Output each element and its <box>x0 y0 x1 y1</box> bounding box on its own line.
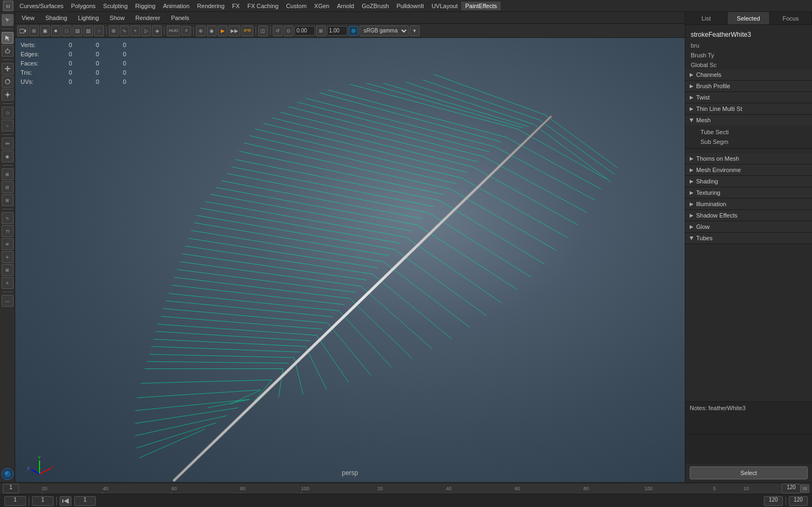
section-glow-header[interactable]: ▶ Glow <box>685 221 812 232</box>
notes-content-area[interactable] <box>685 434 812 464</box>
menu-rigging[interactable]: Rigging <box>132 2 159 10</box>
section-shadow-header[interactable]: ▶ Shadow Effects <box>685 210 812 221</box>
section-thin-line-header[interactable]: ▶ Thin Line Multi St <box>685 103 812 114</box>
section-thorns-header[interactable]: ▶ Thorns on Mesh <box>685 153 812 164</box>
scale-tool-btn[interactable] <box>2 89 14 101</box>
menu-sculpting[interactable]: Sculpting <box>100 2 132 10</box>
section-channels-header[interactable]: ▶ Channels <box>685 69 812 80</box>
move-tool-btn[interactable] <box>2 63 14 75</box>
poly-tool-btn[interactable]: ◇ <box>2 107 14 118</box>
menu-gozbrush[interactable]: GoZBrush <box>358 2 392 10</box>
sculpt-btn[interactable]: ≡ <box>2 251 14 263</box>
vp-solid-btn[interactable]: ■ <box>51 25 61 36</box>
start-frame-input[interactable]: 1 <box>32 496 54 506</box>
frame-step-back-btn[interactable] <box>60 496 71 506</box>
clip-input[interactable] <box>327 26 348 36</box>
show-manip-btn[interactable]: ⊞ <box>2 168 14 180</box>
total-frames-input[interactable]: 120 <box>789 496 808 506</box>
menu-animation[interactable]: Animation <box>159 2 193 10</box>
menu-pulldownit[interactable]: PulldownIt <box>392 2 428 10</box>
vp-snap-curve-btn[interactable]: ∿ <box>120 25 129 36</box>
paint-tool-btn[interactable]: ✏ <box>2 137 14 149</box>
section-texturing-header[interactable]: ▶ Texturing <box>685 187 812 198</box>
vp-camera-params-btn[interactable]: ⊕ <box>196 25 206 36</box>
tab-focus[interactable]: Focus <box>770 12 812 24</box>
extra-btn2[interactable]: ≡ <box>2 277 14 289</box>
fov-input[interactable] <box>294 26 315 36</box>
vp-playblast-btn[interactable]: ⊙ <box>284 25 293 36</box>
vp-snap-point-btn[interactable]: + <box>130 25 140 36</box>
menu-uvlayout[interactable]: UVLayout <box>428 2 461 10</box>
vp-menu-shading[interactable]: Shading <box>42 14 71 22</box>
stroke-name[interactable]: strokeFeatherWhite3 <box>685 28 812 41</box>
soft-select-btn[interactable]: ◉ <box>2 150 14 162</box>
vp-menu-view[interactable]: View <box>18 14 38 22</box>
menu-arnold[interactable]: Arnold <box>333 2 358 10</box>
vp-menu-lighting[interactable]: Lighting <box>74 14 103 22</box>
curve-tool-btn[interactable]: ∿ <box>2 212 14 224</box>
timeline-track[interactable]: 20 40 60 80 100 20 40 60 80 100 5 10 <box>19 483 782 494</box>
transform-icon[interactable] <box>2 14 14 26</box>
vp-isolate-btn[interactable]: ≡ <box>181 26 191 36</box>
vp-menu-show[interactable]: Show <box>106 14 129 22</box>
nurbs-tool-btn[interactable]: ○ <box>2 120 14 131</box>
extra-btn1[interactable]: ⊞ <box>2 264 14 276</box>
menu-polygons[interactable]: Polygons <box>67 2 99 10</box>
vp-render-btn[interactable]: ▶ <box>218 25 227 36</box>
menu-curves-surfaces[interactable]: Curves/Surfaces <box>16 2 67 10</box>
select-button[interactable]: Select <box>690 466 808 479</box>
menu-fx-caching[interactable]: FX Caching <box>244 2 282 10</box>
vp-ipr-btn[interactable]: IPR <box>241 25 253 36</box>
vp-light-btn[interactable]: □ <box>62 25 71 36</box>
vp-wireframe-btn[interactable]: ▣ <box>40 25 50 36</box>
vp-smooth-btn[interactable]: ▨ <box>83 25 93 36</box>
vp-camera-btn[interactable] <box>17 25 28 36</box>
section-mesh-header[interactable]: ▶ Mesh <box>685 115 812 126</box>
frame-display-input[interactable]: 1 <box>74 496 96 506</box>
section-brush-profile-header[interactable]: ▶ Brush Profile <box>685 81 812 91</box>
vp-seq-btn[interactable]: ▶▶ <box>228 25 240 36</box>
vp-loop-btn[interactable]: ↺ <box>273 25 283 36</box>
section-tubes-header[interactable]: ▶ Tubes <box>685 233 812 243</box>
vp-display-btn[interactable]: ◉ <box>207 25 217 36</box>
vp-snap-grid-btn[interactable]: ⊞ <box>109 25 119 36</box>
deform-btn[interactable]: ≋ <box>2 238 14 250</box>
snap-grid-btn[interactable]: ⊞ <box>2 194 14 206</box>
vp-snap-view-btn[interactable]: ▷ <box>141 25 151 36</box>
menu-painteffects[interactable]: PaintEffects <box>461 2 501 10</box>
section-twist-header[interactable]: ▶ Twist <box>685 92 812 103</box>
rotate-tool-btn[interactable] <box>2 76 14 88</box>
menu-fx[interactable]: FX <box>228 2 244 10</box>
tube-section-item[interactable]: Tube Secti <box>696 127 812 137</box>
vp-xray-btn[interactable]: ○ <box>94 25 104 36</box>
section-mesh-env-header[interactable]: ▶ Mesh Environme <box>685 164 812 175</box>
vp-hud-btn[interactable]: HUD <box>167 25 180 36</box>
vp-grid-btn[interactable]: ⊞ <box>29 25 39 36</box>
color-profile-select[interactable]: sRGB gamma <box>359 25 409 36</box>
menu-rendering[interactable]: Rendering <box>193 2 228 10</box>
vp-texture-btn[interactable]: ▤ <box>73 25 82 36</box>
timeline-end-input[interactable]: 120 <box>782 484 801 493</box>
select-tool-btn[interactable] <box>2 32 14 44</box>
lasso-tool-btn[interactable] <box>2 45 14 57</box>
extra-btn3[interactable]: — <box>2 295 14 307</box>
timeline-start-input[interactable]: 1 <box>3 484 19 493</box>
menu-custom[interactable]: Custom <box>282 2 310 10</box>
timeline-end-icon[interactable] <box>801 484 809 493</box>
render-preview-btn[interactable] <box>2 468 14 480</box>
vp-isolate-sel-btn[interactable]: ◫ <box>258 25 268 36</box>
menu-xgen[interactable]: XGen <box>310 2 333 10</box>
current-frame-input[interactable]: 1 <box>4 496 26 506</box>
section-shading-header[interactable]: ▶ Shading <box>685 176 812 187</box>
sub-segment-item[interactable]: Sub Segm <box>696 137 812 147</box>
end-frame-input[interactable]: 120 <box>764 496 783 506</box>
viewport-canvas[interactable]: Verts: 0 0 0 Edges: 0 0 0 Faces: 0 0 0 <box>15 38 685 482</box>
vp-menu-panels[interactable]: Panels <box>167 14 193 22</box>
tab-list[interactable]: List <box>685 12 728 24</box>
section-illumination-header[interactable]: ▶ Illumination <box>685 199 812 209</box>
hide-manip-btn[interactable]: ⊟ <box>2 181 14 193</box>
vp-profile-arrow-btn[interactable]: ▼ <box>410 25 420 36</box>
vp-menu-renderer[interactable]: Renderer <box>132 14 164 22</box>
tab-selected[interactable]: Selected <box>728 12 770 24</box>
surface-tool-btn[interactable]: ⊓ <box>2 225 14 237</box>
